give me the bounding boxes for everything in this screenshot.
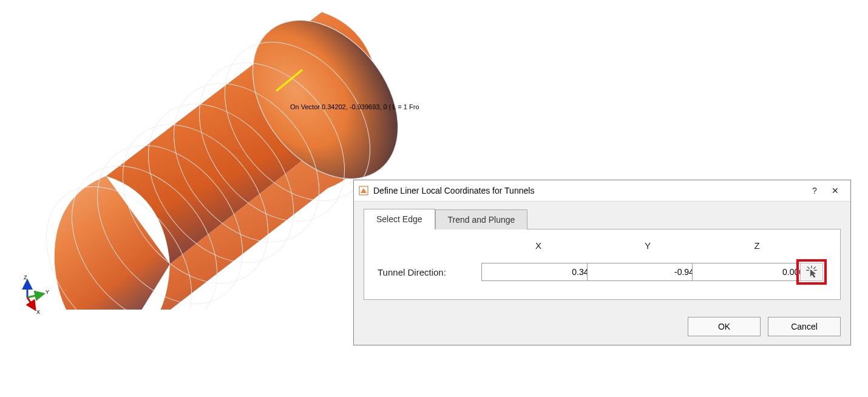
- pick-button-highlight: [796, 259, 827, 285]
- dialog-titlebar[interactable]: Define Liner Local Coordinates for Tunne…: [354, 180, 850, 202]
- tab-panel-select-edge: X Y Z Tunnel Direction: ▲ ▼: [364, 229, 841, 300]
- axis-x-label: X: [36, 309, 40, 315]
- close-button[interactable]: ✕: [825, 184, 846, 197]
- pick-edge-button[interactable]: [800, 263, 823, 281]
- axis-z-label: Z: [24, 274, 27, 280]
- col-head-z: Z: [705, 240, 809, 251]
- z-spinner: ▲ ▼: [692, 263, 789, 281]
- col-head-y: Y: [596, 240, 699, 251]
- svg-line-17: [808, 267, 810, 269]
- y-spinner: ▲ ▼: [587, 263, 684, 281]
- y-input[interactable]: [587, 263, 704, 281]
- axis-y-label: Y: [46, 289, 49, 295]
- ok-button[interactable]: OK: [688, 317, 761, 336]
- x-input[interactable]: [481, 263, 598, 281]
- tab-trend-plunge[interactable]: Trend and Plunge: [435, 209, 528, 229]
- help-button[interactable]: ?: [804, 184, 825, 197]
- tab-select-edge[interactable]: Select Edge: [364, 209, 435, 229]
- app-icon: [359, 186, 368, 195]
- cursor-pick-icon: [805, 265, 818, 279]
- column-headers: X Y Z: [378, 240, 827, 251]
- dialog-body: Select Edge Trend and Plunge X Y Z Tunne…: [354, 202, 850, 310]
- cancel-button[interactable]: Cancel: [768, 317, 841, 336]
- tunnel-direction-label: Tunnel Direction:: [378, 267, 481, 277]
- svg-line-11: [27, 294, 44, 297]
- edge-annotation: On Vector 0.34202, -0.939693, 0 | L = 1 …: [290, 103, 419, 110]
- col-head-x: X: [487, 240, 590, 251]
- x-spinner: ▲ ▼: [481, 263, 578, 281]
- dialog-footer: OK Cancel: [354, 310, 850, 345]
- dialog-title: Define Liner Local Coordinates for Tunne…: [373, 186, 804, 195]
- svg-line-12: [27, 297, 35, 310]
- define-liner-dialog: Define Liner Local Coordinates for Tunne…: [353, 180, 851, 345]
- tab-strip: Select Edge Trend and Plunge: [364, 209, 841, 229]
- svg-line-18: [814, 267, 816, 269]
- axis-gizmo[interactable]: Z Y X: [12, 273, 55, 316]
- z-input[interactable]: [692, 263, 809, 281]
- tunnel-direction-row: Tunnel Direction: ▲ ▼ ▲ ▼: [378, 259, 827, 285]
